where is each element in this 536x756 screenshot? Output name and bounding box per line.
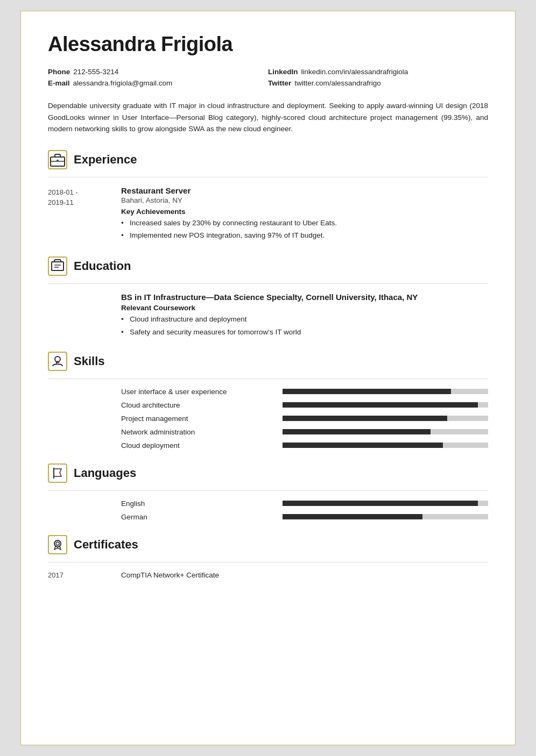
skill-bar-fill bbox=[283, 416, 447, 421]
language-row: English bbox=[121, 500, 488, 508]
language-name: English bbox=[121, 500, 283, 508]
resume-page: Alessandra Frigiola Phone212-555-3214 Li… bbox=[20, 11, 516, 745]
exp-achievements-label: Key Achievements bbox=[121, 208, 488, 216]
email-label: E-mail bbox=[48, 79, 70, 87]
skills-header: Skills bbox=[48, 352, 488, 371]
summary-text: Dependable university graduate with IT m… bbox=[48, 100, 488, 135]
skill-bar-fill bbox=[283, 443, 443, 448]
cert-entry: 2017 CompTIA Network+ Certificate bbox=[48, 571, 488, 579]
skill-bar-container bbox=[283, 443, 488, 448]
education-title: Education bbox=[74, 259, 131, 273]
languages-header: Languages bbox=[48, 463, 488, 483]
exp-bullet-1: Increased sales by 230% by connecting re… bbox=[121, 218, 488, 229]
phone-value: 212-555-3214 bbox=[73, 68, 118, 76]
language-row: German bbox=[121, 513, 488, 521]
skill-row: Network administration bbox=[121, 428, 488, 436]
twitter-label: Twitter bbox=[268, 79, 291, 87]
edu-bullets: Cloud infrastructure and deployment Safe… bbox=[121, 314, 488, 338]
svg-point-14 bbox=[56, 542, 59, 545]
skills-section: Skills User interface & user experienceC… bbox=[48, 352, 488, 450]
skill-bar-fill bbox=[283, 389, 451, 394]
exp-dates: 2018-01 - 2019-11 bbox=[48, 186, 112, 243]
skill-bar-fill bbox=[283, 402, 478, 408]
certificates-divider bbox=[48, 562, 488, 562]
phone-contact: Phone212-555-3214 bbox=[48, 68, 268, 76]
experience-title: Experience bbox=[74, 153, 137, 167]
skill-name: Network administration bbox=[121, 428, 283, 436]
cert-name: CompTIA Network+ Certificate bbox=[121, 571, 488, 579]
skill-row: User interface & user experience bbox=[121, 388, 488, 396]
cert-year: 2017 bbox=[48, 571, 112, 579]
skill-row: Project management bbox=[121, 415, 488, 423]
edu-bullet-1: Cloud infrastructure and deployment bbox=[121, 314, 488, 325]
linkedin-label: LinkedIn bbox=[268, 68, 298, 76]
email-contact: E-mailalessandra.frigiola@gmail.com bbox=[48, 79, 268, 87]
contact-grid: Phone212-555-3214 LinkedInlinkedin.com/i… bbox=[48, 68, 488, 87]
svg-rect-5 bbox=[52, 262, 64, 270]
candidate-name: Alessandra Frigiola bbox=[48, 33, 488, 56]
language-name: German bbox=[121, 513, 283, 521]
twitter-contact: Twittertwitter.com/alessandrafrigo bbox=[268, 79, 488, 87]
skills-divider bbox=[48, 379, 488, 379]
edu-bullet-2: Safety and security measures for tomorro… bbox=[121, 327, 488, 338]
skills-title: Skills bbox=[74, 354, 104, 368]
edu-degree: BS in IT Infrastructure—Data Science Spe… bbox=[121, 293, 488, 302]
linkedin-contact: LinkedInlinkedin.com/in/alessandrafrigio… bbox=[268, 68, 488, 76]
skill-bar-container bbox=[283, 402, 488, 408]
skills-list: User interface & user experienceCloud ar… bbox=[121, 388, 488, 450]
skill-bar-container bbox=[283, 389, 488, 394]
skill-bar-container bbox=[283, 416, 488, 421]
skill-row: Cloud architecture bbox=[121, 401, 488, 409]
education-section: Education BS in IT Infrastructure—Data S… bbox=[48, 256, 488, 338]
skill-bar-container bbox=[283, 429, 488, 434]
lang-bar-fill bbox=[283, 514, 422, 519]
experience-entry: 2018-01 - 2019-11 Restaurant Server Baha… bbox=[48, 186, 488, 243]
exp-content: Restaurant Server Bahari, Astoria, NY Ke… bbox=[121, 186, 488, 243]
twitter-value: twitter.com/alessandrafrigo bbox=[294, 79, 381, 87]
phone-label: Phone bbox=[48, 68, 70, 76]
lang-bar-container bbox=[283, 514, 488, 519]
lang-bar-fill bbox=[283, 501, 478, 506]
certificate-icon bbox=[48, 535, 67, 554]
briefcase-icon bbox=[48, 150, 67, 169]
lang-bar-container bbox=[283, 501, 488, 506]
svg-rect-12 bbox=[48, 536, 67, 554]
education-divider bbox=[48, 283, 488, 284]
experience-section: Experience 2018-01 - 2019-11 Restaurant … bbox=[48, 150, 488, 243]
experience-divider bbox=[48, 177, 488, 177]
certificates-header: Certificates bbox=[48, 535, 488, 554]
languages-title: Languages bbox=[74, 466, 136, 480]
exp-bullet-2: Implemented new POS integration, saving … bbox=[121, 230, 488, 241]
skill-name: Cloud architecture bbox=[121, 401, 283, 409]
linkedin-value: linkedin.com/in/alessandrafrigiola bbox=[301, 68, 408, 76]
languages-section: Languages EnglishGerman bbox=[48, 463, 488, 521]
exp-job-title: Restaurant Server bbox=[121, 186, 488, 195]
languages-list: EnglishGerman bbox=[121, 500, 488, 521]
svg-point-13 bbox=[54, 540, 61, 547]
languages-divider bbox=[48, 490, 488, 491]
exp-bullets: Increased sales by 230% by connecting re… bbox=[121, 218, 488, 241]
skill-name: User interface & user experience bbox=[121, 388, 283, 396]
skills-icon bbox=[48, 352, 67, 371]
skill-row: Cloud deployment bbox=[121, 441, 488, 450]
exp-company: Bahari, Astoria, NY bbox=[121, 196, 488, 204]
edu-coursework-label: Relevant Coursework bbox=[121, 304, 488, 312]
flag-icon bbox=[48, 463, 67, 483]
email-value: alessandra.frigiola@gmail.com bbox=[73, 79, 173, 87]
skill-name: Project management bbox=[121, 415, 283, 423]
experience-header: Experience bbox=[48, 150, 488, 169]
certificates-title: Certificates bbox=[74, 538, 138, 552]
education-header: Education bbox=[48, 256, 488, 276]
certificates-section: Certificates 2017 CompTIA Network+ Certi… bbox=[48, 535, 488, 579]
skill-name: Cloud deployment bbox=[121, 441, 283, 450]
graduation-icon bbox=[48, 256, 67, 276]
svg-rect-10 bbox=[48, 464, 67, 482]
skill-bar-fill bbox=[283, 429, 431, 434]
